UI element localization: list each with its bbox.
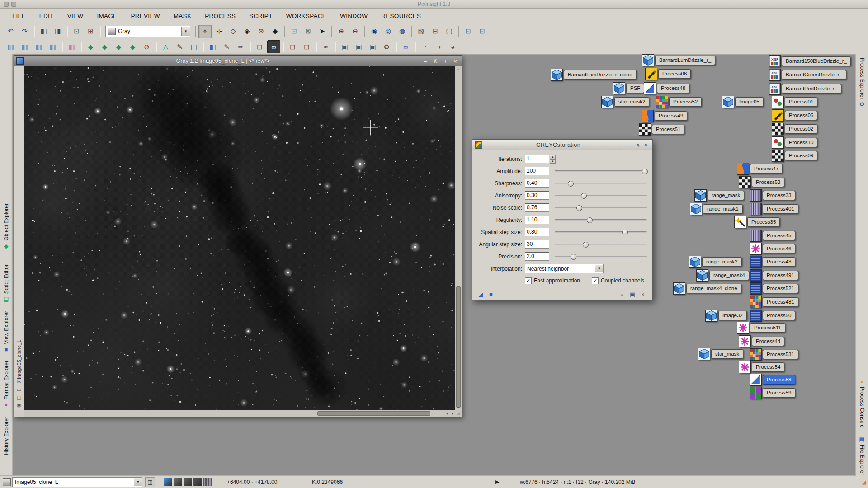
- clock-half-icon[interactable]: ◑: [432, 40, 445, 53]
- grid-view-icon[interactable]: ▦: [4, 40, 17, 53]
- chevron-down-icon[interactable]: ▼: [134, 478, 142, 486]
- sidebar-tab-format-explorer[interactable]: Format Explorer●: [0, 361, 12, 408]
- chevron-down-icon[interactable]: ▼: [181, 27, 190, 36]
- sidebar-tab-process-console[interactable]: »Process Console: [856, 379, 868, 428]
- process-item-Process49[interactable]: Process49: [642, 110, 687, 122]
- process-item-BarnardLumDrizzle_r_clone[interactable]: BarnardLumDrizzle_r_clone: [551, 69, 637, 81]
- param-slider[interactable]: [555, 229, 647, 235]
- scroll-up-icon[interactable]: ▴: [457, 67, 459, 71]
- display-mode-select[interactable]: Gray▼: [105, 26, 190, 37]
- process-item-range_mask[interactable]: range_mask: [694, 189, 744, 202]
- zoom-out-icon[interactable]: ⊖: [349, 25, 362, 38]
- clock-quarter-icon[interactable]: ◔: [418, 40, 431, 53]
- process-item-Process47[interactable]: Process47: [737, 163, 783, 175]
- undo-icon[interactable]: ↶: [4, 25, 17, 38]
- slider-knob[interactable]: [587, 217, 593, 223]
- process-item-PSF[interactable]: PSF: [613, 82, 644, 94]
- doc-mode-icon[interactable]: ▣: [628, 290, 637, 299]
- mask-list-icon[interactable]: ▤: [187, 40, 200, 53]
- param-input[interactable]: 0.40: [525, 179, 549, 188]
- param-input[interactable]: 0.80: [525, 228, 549, 236]
- process-item-Process05[interactable]: Process05: [772, 109, 817, 122]
- menu-edit[interactable]: EDIT: [33, 9, 61, 23]
- vertical-scroll-thumb[interactable]: [456, 286, 461, 408]
- process-item-Process521[interactable]: Process521: [750, 282, 798, 295]
- process-item-Process481[interactable]: Process481: [750, 296, 798, 308]
- slider-knob[interactable]: [568, 181, 574, 187]
- panel-blue-icon[interactable]: ◧: [206, 40, 219, 53]
- window-controls[interactable]: [4, 2, 16, 7]
- process-item-Process54[interactable]: Process54: [739, 361, 784, 373]
- pin-icon[interactable]: ⊼: [634, 141, 642, 149]
- scroll-right-icon[interactable]: ▸: [452, 412, 453, 416]
- mask-edit-icon[interactable]: ✎: [173, 40, 186, 53]
- menu-script[interactable]: SCRIPT: [242, 9, 279, 23]
- param-slider[interactable]: [555, 204, 647, 211]
- stf-thumbnail-3[interactable]: [193, 478, 202, 486]
- readout-tool-icon[interactable]: ◉: [17, 402, 21, 408]
- screen-cursor-icon[interactable]: ⊡: [288, 25, 301, 38]
- param-input[interactable]: 2.0: [525, 252, 549, 261]
- process-item-BarnardGreenDrizzle_r_[interactable]: XISFBarnardGreenDrizzle_r_: [769, 69, 846, 81]
- vertical-scrollbar[interactable]: ▴ ▾: [455, 66, 462, 410]
- new-preview-icon[interactable]: ▧: [415, 25, 428, 38]
- process-item-Process59[interactable]: Process59: [750, 387, 795, 399]
- process-item-Barnard150BlueDrizzle_r_[interactable]: XISFBarnard150BlueDrizzle_r_: [769, 55, 851, 67]
- expand-all-icon[interactable]: ◈: [241, 25, 254, 38]
- menu-preview[interactable]: PREVIEW: [124, 9, 166, 23]
- scroll-left-icon[interactable]: ◂: [446, 412, 448, 416]
- slider-knob[interactable]: [571, 254, 576, 260]
- doc-new-icon[interactable]: ▣: [338, 40, 351, 53]
- draw-icon[interactable]: ✏: [234, 40, 247, 53]
- delete-history-icon[interactable]: ▦: [65, 40, 78, 53]
- browse-doc-icon[interactable]: ▫: [618, 290, 627, 299]
- reset-icon[interactable]: ×: [638, 290, 647, 299]
- process-cube3-icon[interactable]: ◆: [112, 40, 125, 53]
- checkbox-box[interactable]: ✓: [525, 277, 532, 284]
- selection-icon[interactable]: ▢: [443, 25, 456, 38]
- mask-tool-icon[interactable]: ◫: [17, 394, 21, 400]
- process-item-Process511[interactable]: Process511: [737, 322, 785, 334]
- process-item-Process45[interactable]: Process45: [750, 230, 795, 242]
- process-item-Process491[interactable]: Process491: [750, 269, 798, 282]
- process-cube2-icon[interactable]: ◆: [98, 40, 111, 53]
- checkbox-coupled-channels[interactable]: ✓Coupled channels: [592, 277, 644, 284]
- view-mode-button[interactable]: ◫: [145, 477, 155, 487]
- no-mask-icon[interactable]: ⊘: [140, 40, 153, 53]
- crop-icon[interactable]: ⊟: [429, 25, 442, 38]
- menu-view[interactable]: VIEW: [61, 9, 90, 23]
- process-item-Process43[interactable]: Process43: [750, 256, 795, 268]
- screen-unlink-icon[interactable]: ⊡: [300, 40, 313, 53]
- glasses-icon[interactable]: ∞: [399, 40, 412, 53]
- param-input[interactable]: 100: [525, 167, 549, 175]
- stf-thumbnail-2[interactable]: [184, 478, 192, 486]
- param-input[interactable]: 30: [525, 240, 549, 249]
- menu-mask[interactable]: MASK: [167, 9, 198, 23]
- screen-mask-icon[interactable]: ⊡: [476, 25, 489, 38]
- new-instance-icon[interactable]: ◢: [476, 290, 485, 299]
- apply-icon[interactable]: ■: [486, 290, 495, 299]
- slider-knob[interactable]: [576, 205, 582, 211]
- sidebar-tab-script-editor[interactable]: Script Editor▤: [0, 264, 12, 302]
- minimize-button[interactable]: –: [421, 57, 429, 65]
- grid-expand-icon[interactable]: ▦: [46, 40, 59, 53]
- process-item-range_mask4_clone[interactable]: range_mask4_clone: [673, 282, 741, 295]
- screen-link-icon[interactable]: ⊡: [286, 40, 299, 53]
- process-item-BarnardLumDrizzle_r_[interactable]: BarnardLumDrizzle_r_: [642, 54, 715, 66]
- screen-select-icon[interactable]: ⊠: [302, 25, 315, 38]
- process-item-Process06[interactable]: Process06: [645, 68, 691, 80]
- sidebar-tab-process-explorer[interactable]: Process Explorer⚙: [856, 58, 868, 107]
- doc-save-icon[interactable]: ▣: [366, 40, 379, 53]
- dialog-titlebar[interactable]: GREYCstoration ⊼ ×: [472, 140, 652, 150]
- new-window-icon[interactable]: ◧: [37, 25, 50, 38]
- slider-knob[interactable]: [622, 230, 628, 235]
- param-input[interactable]: 0.76: [525, 203, 549, 212]
- param-slider[interactable]: [555, 168, 647, 174]
- preview-tool-icon[interactable]: ▭: [17, 387, 21, 393]
- curves-icon[interactable]: ≈: [319, 40, 332, 53]
- process-item-Process09[interactable]: Process09: [772, 150, 817, 162]
- process-item-Process10[interactable]: Process10: [772, 136, 817, 149]
- spin-down-icon[interactable]: ▼: [550, 159, 556, 164]
- window-resize-corner[interactable]: ◿: [455, 410, 462, 417]
- horizontal-scrollbar[interactable]: ◂ ▸: [24, 410, 455, 417]
